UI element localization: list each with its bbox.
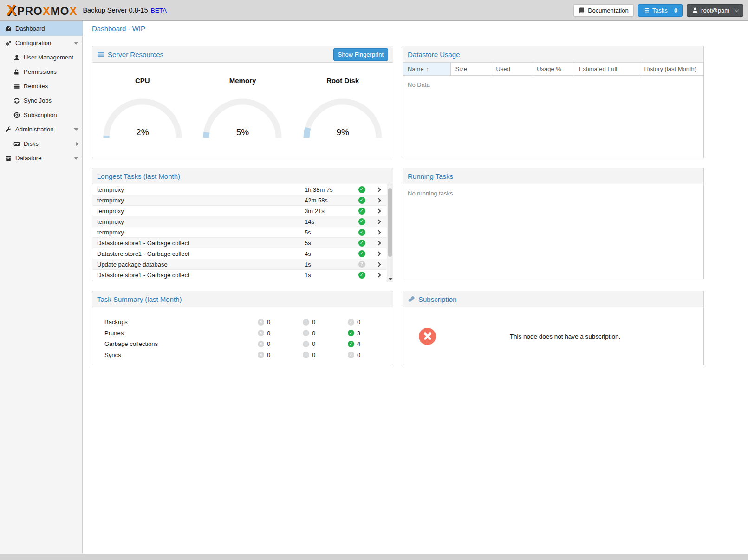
column-header-size[interactable]: Size bbox=[451, 63, 492, 75]
proxmox-x-icon: X bbox=[7, 3, 16, 17]
task-row[interactable]: termproxy14s✓ bbox=[92, 216, 387, 227]
summary-row: Syncs×0!0✓0 bbox=[104, 350, 393, 361]
open-task-chevron-icon[interactable] bbox=[376, 273, 381, 277]
open-task-chevron-icon[interactable] bbox=[376, 230, 381, 234]
beta-link[interactable]: BETA bbox=[151, 7, 167, 14]
task-row[interactable]: Update package database1s? bbox=[92, 259, 387, 270]
show-fingerprint-button[interactable]: Show Fingerprint bbox=[333, 48, 388, 61]
scroll-down-arrow-icon[interactable] bbox=[389, 278, 392, 280]
sidebar-item-permissions[interactable]: Permissions bbox=[0, 65, 82, 79]
sidebar-item-subscription[interactable]: Subscription bbox=[0, 108, 82, 122]
column-header-label: Name bbox=[408, 65, 424, 72]
gauge-label: CPU bbox=[97, 77, 188, 85]
wordmark-letter: MO bbox=[51, 5, 70, 17]
open-task-chevron-icon[interactable] bbox=[376, 241, 381, 245]
sidebar-item-disks[interactable]: Disks bbox=[0, 137, 82, 151]
sidebar-item-dashboard[interactable]: Dashboard bbox=[0, 21, 82, 36]
ticket-icon bbox=[408, 295, 415, 303]
tasks-button[interactable]: Tasks 0 bbox=[638, 4, 683, 17]
cpu-gauge: CPU 2% bbox=[97, 77, 188, 140]
scrollbar-thumb[interactable] bbox=[388, 188, 392, 257]
horizontal-scrollbar[interactable] bbox=[0, 554, 748, 560]
server-stack-icon bbox=[13, 83, 20, 90]
sidebar-item-datastore[interactable]: Datastore bbox=[0, 151, 82, 165]
task-name: termproxy bbox=[92, 186, 305, 193]
documentation-button[interactable]: Documentation bbox=[573, 4, 633, 17]
column-header-estimated-full[interactable]: Estimated Full bbox=[574, 63, 640, 75]
chevron-down-icon bbox=[735, 7, 739, 12]
error-count-icon: × bbox=[258, 341, 264, 347]
gauge-label: Root Disk bbox=[298, 77, 388, 85]
task-name: termproxy bbox=[92, 229, 305, 236]
sidebar-item-remotes[interactable]: Remotes bbox=[0, 79, 82, 93]
task-row[interactable]: termproxy5s✓ bbox=[92, 227, 387, 238]
open-task-chevron-icon[interactable] bbox=[376, 187, 381, 192]
user-menu-button[interactable]: root@pam bbox=[687, 4, 743, 17]
summary-label: Prunes bbox=[104, 330, 258, 337]
task-row[interactable]: Datastore store1 - Garbage collect4s✓ bbox=[92, 248, 387, 259]
ok-count-icon: ✓ bbox=[348, 330, 354, 336]
status-ok-icon: ✓ bbox=[358, 208, 365, 215]
warning-count: 0 bbox=[312, 330, 315, 337]
sidebar-item-sync-jobs[interactable]: Sync Jobs bbox=[0, 93, 82, 108]
ok-count: 4 bbox=[357, 340, 360, 347]
wrench-icon bbox=[5, 126, 12, 133]
hdd-icon bbox=[13, 141, 20, 147]
root-disk-gauge: Root Disk 9% bbox=[298, 77, 388, 140]
longest-tasks-panel: Longest Tasks (last Month) termproxy1h 3… bbox=[92, 168, 393, 281]
chevron-down-icon[interactable] bbox=[74, 42, 78, 45]
chevron-down-icon[interactable] bbox=[74, 157, 78, 160]
sidebar-item-label: User Management bbox=[24, 54, 78, 61]
task-duration: 5s bbox=[305, 240, 353, 247]
status-ok-icon: ✓ bbox=[358, 197, 365, 204]
wordmark-letter: PRO bbox=[17, 5, 43, 17]
chevron-right-icon[interactable] bbox=[76, 142, 78, 146]
status-ok-icon: ✓ bbox=[358, 186, 365, 193]
wordmark-accent-letter: X bbox=[69, 5, 77, 17]
warning-count-icon: ! bbox=[303, 341, 309, 347]
server-resources-panel: Server Resources Show Fingerprint CPU 2% bbox=[92, 46, 393, 158]
open-task-chevron-icon[interactable] bbox=[376, 198, 381, 202]
sidebar-item-label: Datastore bbox=[15, 155, 74, 162]
sidebar-item-administration[interactable]: Administration bbox=[0, 122, 82, 137]
column-header-usage-[interactable]: Usage % bbox=[532, 63, 574, 75]
column-header-label: Used bbox=[496, 65, 510, 72]
warning-count-icon: ! bbox=[303, 352, 309, 358]
warning-count-icon: ! bbox=[303, 330, 309, 336]
column-header-name[interactable]: Name↑ bbox=[403, 63, 451, 75]
task-row[interactable]: termproxy1h 38m 7s✓ bbox=[92, 184, 387, 195]
task-name: termproxy bbox=[92, 197, 305, 204]
proxmox-logo: X PROXMOX bbox=[7, 3, 77, 18]
task-duration: 1h 38m 7s bbox=[305, 186, 353, 193]
sidebar-item-user-management[interactable]: User Management bbox=[0, 50, 82, 65]
support-icon bbox=[13, 112, 20, 118]
open-task-chevron-icon[interactable] bbox=[376, 208, 381, 213]
sidebar: Dashboard Configuration User Management … bbox=[0, 21, 83, 554]
archive-icon bbox=[5, 155, 12, 162]
user-icon bbox=[13, 54, 20, 61]
task-row[interactable]: termproxy3m 21s✓ bbox=[92, 206, 387, 216]
status-ok-icon: ✓ bbox=[358, 240, 365, 247]
status-unknown-icon: ? bbox=[358, 261, 365, 268]
open-task-chevron-icon[interactable] bbox=[376, 251, 381, 256]
task-row[interactable]: Datastore store1 - Garbage collect1s✓ bbox=[92, 270, 387, 280]
task-row[interactable]: Datastore store1 - Garbage collect5s✓ bbox=[92, 238, 387, 248]
open-task-chevron-icon[interactable] bbox=[376, 219, 381, 224]
ok-count: 0 bbox=[357, 319, 360, 326]
chevron-down-icon[interactable] bbox=[74, 128, 78, 131]
documentation-label: Documentation bbox=[588, 7, 628, 14]
column-header-used[interactable]: Used bbox=[491, 63, 532, 75]
task-row[interactable]: termproxy42m 58s✓ bbox=[92, 195, 387, 206]
gauge-value: 5% bbox=[200, 127, 285, 137]
status-ok-icon: ✓ bbox=[358, 218, 365, 225]
tasks-label: Tasks bbox=[652, 7, 668, 14]
vertical-scrollbar[interactable] bbox=[387, 184, 393, 282]
column-header-history-last-month-[interactable]: History (last Month) bbox=[639, 63, 703, 75]
open-task-chevron-icon[interactable] bbox=[376, 262, 381, 267]
sidebar-item-label: Sync Jobs bbox=[24, 97, 78, 104]
task-summary-title: Task Summary (last Month) bbox=[97, 295, 182, 303]
sidebar-item-configuration[interactable]: Configuration bbox=[0, 36, 82, 50]
ok-count: 0 bbox=[357, 352, 360, 358]
column-header-label: Estimated Full bbox=[579, 65, 617, 72]
sidebar-item-label: Administration bbox=[15, 126, 74, 133]
